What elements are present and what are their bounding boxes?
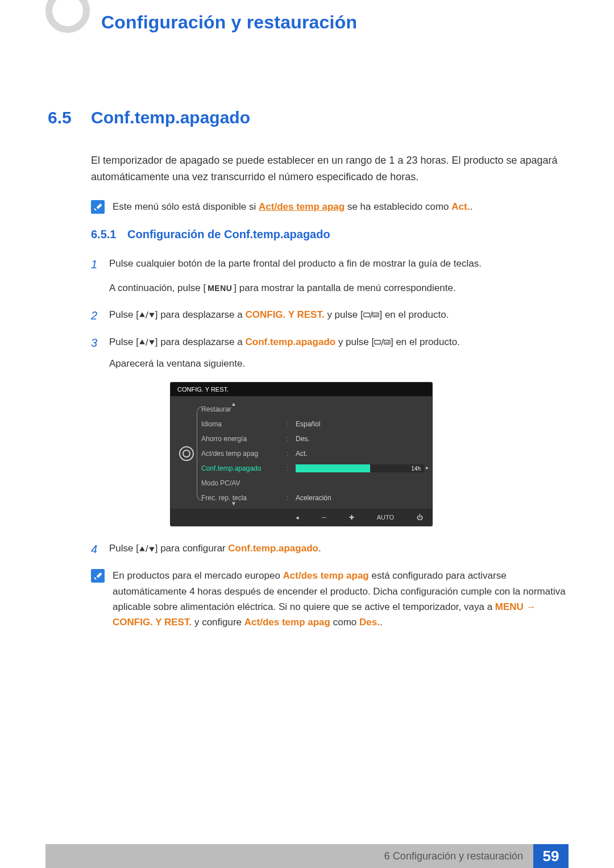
svg-marker-4 [374, 315, 375, 317]
step-body: Pulse [/] para desplazarse a Conf.temp.a… [109, 334, 460, 373]
note1-accent1: Act/des temp apag [259, 201, 345, 212]
svg-rect-8 [384, 340, 390, 344]
step-1: 1 Pulse cualquier botón de la parte fron… [91, 256, 569, 297]
step-number: 1 [91, 256, 109, 273]
osd-row-modopcav: Modo PC/AV [197, 476, 424, 491]
source-enter-icon: / [363, 310, 380, 320]
svg-marker-9 [385, 342, 387, 344]
osd-minus-icon: ─ [322, 514, 326, 521]
section-title: Conf.temp.apagado [91, 108, 250, 127]
osd-scroll-up-icon: ▲ [231, 401, 237, 407]
subsection-heading: 6.5.1 Configuración de Conf.temp.apagado [91, 228, 569, 241]
subsection-number: 6.5.1 [91, 228, 127, 241]
osd-row-conftemp: Conf.temp.apagado:14h [197, 461, 424, 476]
content: 6.5 Conf.temp.apagado El temporizador de… [48, 108, 569, 643]
svg-rect-3 [373, 313, 379, 317]
section-heading: 6.5 Conf.temp.apagado [48, 108, 569, 127]
svg-marker-5 [139, 339, 145, 344]
step-number: 4 [91, 541, 109, 558]
osd-plus-icon: ✚ [349, 514, 354, 521]
note-icon [91, 200, 105, 214]
note1-mid: se ha establecido como [345, 201, 451, 212]
osd-screenshot: CONFIG. Y REST. ▲ Restaurar Idioma:Españ… [171, 383, 432, 526]
osd-auto-label: AUTO [377, 514, 394, 521]
osd-row-actdes: Act/des temp apag:Act. [197, 446, 424, 461]
footer-label: 6 Configuración y restauración [384, 850, 523, 862]
chapter-number-badge [45, 0, 90, 33]
svg-marker-10 [139, 546, 145, 551]
svg-marker-0 [139, 312, 145, 317]
step-number: 3 [91, 334, 109, 351]
step1-line1: Pulse cualquier botón de la parte fronta… [109, 256, 482, 272]
step4-accent: Conf.temp.apagado [228, 543, 318, 554]
note-block: Este menú sólo está disponible si Act/de… [91, 199, 569, 214]
osd-slider: 14h [296, 464, 424, 472]
osd-footer: ◂ ─ ✚ AUTO ⏻ [171, 509, 432, 526]
step2-accent: CONFIG. Y REST. [245, 309, 324, 320]
step-body: Pulse [/] para configurar Conf.temp.apag… [109, 541, 321, 557]
osd-slider-value: 14h [411, 466, 421, 472]
svg-marker-1 [149, 313, 155, 317]
source-enter-icon: / [374, 338, 391, 347]
subsection-title: Configuración de Conf.temp.apagado [127, 228, 330, 241]
osd-row-ahorro: Ahorro energía:Des. [197, 431, 424, 446]
step-3: 3 Pulse [/] para desplazarse a Conf.temp… [91, 334, 569, 373]
step-body: Pulse [/] para desplazarse a CONFIG. Y R… [109, 307, 449, 323]
svg-rect-2 [364, 313, 370, 317]
osd-back-icon: ◂ [296, 514, 299, 521]
osd-category-icon [176, 402, 197, 505]
step3-accent: Conf.temp.apagado [245, 337, 335, 347]
note1-suffix: . [470, 201, 472, 212]
up-down-arrows-icon: / [139, 544, 155, 554]
step1-line2: A continuación, pulse [MENU] para mostra… [109, 280, 482, 297]
up-down-arrows-icon: / [139, 310, 155, 320]
section-number: 6.5 [48, 108, 91, 127]
section-intro: El temporizador de apagado se puede esta… [91, 152, 569, 185]
menu-key-icon: MENU [206, 284, 234, 293]
up-down-arrows-icon: / [139, 338, 155, 347]
osd-scroll-down-icon: ▼ [231, 500, 237, 506]
osd-body: ▲ Restaurar Idioma:Español Ahorro energí… [171, 396, 432, 509]
chapter-title: Configuración y restauración [101, 12, 357, 33]
note-text: Este menú sólo está disponible si Act/de… [113, 199, 472, 214]
note-block-2: En productos para el mercado europeo Act… [91, 568, 569, 630]
note1-prefix: Este menú sólo está disponible si [113, 201, 259, 212]
note1-accent2: Act. [451, 201, 470, 212]
svg-marker-6 [149, 340, 155, 344]
osd-submenu-arrow-icon: ▸ [426, 464, 429, 471]
step3-line2: Aparecerá la ventana siguiente. [109, 356, 460, 372]
step-4: 4 Pulse [/] para configurar Conf.temp.ap… [91, 541, 569, 558]
step-2: 2 Pulse [/] para desplazarse a CONFIG. Y… [91, 307, 569, 324]
note-icon [91, 569, 105, 583]
page-footer: 6 Configuración y restauración 59 [45, 844, 569, 868]
osd-power-icon: ⏻ [417, 514, 423, 521]
svg-rect-7 [375, 340, 380, 344]
page-number: 59 [533, 844, 569, 868]
osd-bracket [197, 406, 203, 501]
chapter-header: Configuración y restauración [45, 0, 569, 44]
step-number: 2 [91, 307, 109, 324]
osd-row-idioma: Idioma:Español [197, 417, 424, 431]
svg-marker-11 [149, 547, 155, 551]
osd-menu-list: ▲ Restaurar Idioma:Español Ahorro energí… [197, 402, 424, 505]
note2-text: En productos para el mercado europeo Act… [113, 568, 569, 630]
step-list: 1 Pulse cualquier botón de la parte fron… [91, 256, 569, 558]
page: Configuración y restauración 6.5 Conf.te… [0, 0, 614, 868]
step-body: Pulse cualquier botón de la parte fronta… [109, 256, 482, 297]
gear-icon [179, 446, 194, 461]
osd-title: CONFIG. Y REST. [171, 383, 432, 396]
